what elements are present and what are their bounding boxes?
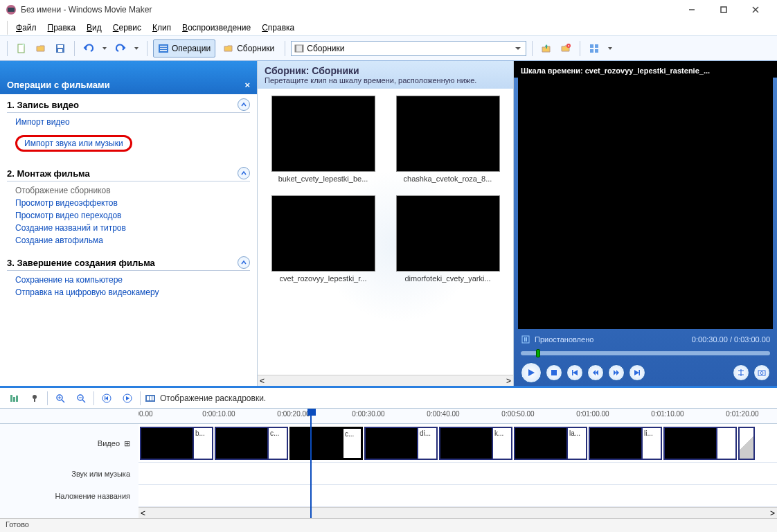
minimize-button[interactable] bbox=[676, 0, 708, 19]
link-save-computer[interactable]: Сохранение на компьютере bbox=[15, 275, 250, 285]
svg-line-41 bbox=[82, 400, 85, 402]
menu-clip[interactable]: Клип bbox=[147, 21, 177, 35]
timeline-clip-tail[interactable] bbox=[738, 427, 755, 460]
clip-transition: c... bbox=[269, 427, 288, 460]
save-button[interactable] bbox=[52, 40, 69, 57]
thumbnail-1[interactable]: chashka_cvetok_roza_8... bbox=[393, 96, 503, 183]
title-track[interactable] bbox=[139, 485, 777, 507]
ruler-tick: 0:00:40.00 bbox=[427, 410, 459, 418]
timeline-rewind-button[interactable] bbox=[98, 390, 115, 407]
thumbnail-caption: buket_cvety_lepestki_be... bbox=[271, 175, 375, 183]
link-titles-credits[interactable]: Создание названий и титров bbox=[15, 223, 250, 233]
new-button[interactable] bbox=[13, 40, 30, 57]
next-clip-button[interactable] bbox=[629, 364, 645, 381]
menu-play[interactable]: Воспроизведение bbox=[177, 21, 256, 35]
timeline-hscroll[interactable]: < > bbox=[139, 507, 777, 518]
clip-thumbnail bbox=[364, 427, 418, 460]
timeline-clip-1[interactable]: c... bbox=[215, 427, 288, 460]
seek-bar[interactable] bbox=[514, 347, 777, 360]
zoom-out-button[interactable] bbox=[73, 390, 89, 407]
window-title: Без имени - Windows Movie Maker bbox=[21, 5, 676, 15]
section-finish[interactable]: 3. Завершение создания фильма bbox=[7, 256, 250, 271]
link-automovie[interactable]: Создание автофильма bbox=[15, 236, 250, 245]
thumbnail-0[interactable]: buket_cvety_lepestki_be... bbox=[268, 96, 379, 183]
timeline-clip-5[interactable]: la... bbox=[514, 427, 587, 460]
timeline-content[interactable]: 00.000:00:10.000:00:20.000:00:30.000:00:… bbox=[139, 409, 777, 518]
section-edit[interactable]: 2. Монтаж фильма bbox=[7, 167, 250, 181]
up-level-button[interactable] bbox=[538, 40, 555, 57]
collections-button[interactable]: Сборники bbox=[218, 39, 279, 57]
link-send-camcorder[interactable]: Отправка на цифровую видеокамеру bbox=[15, 287, 250, 297]
open-button[interactable] bbox=[33, 40, 49, 57]
menu-edit[interactable]: Правка bbox=[42, 21, 82, 35]
timeline-clip-3[interactable]: di... bbox=[364, 427, 438, 460]
split-button[interactable] bbox=[733, 364, 749, 381]
tasks-button[interactable]: Операции bbox=[153, 39, 215, 57]
menu-help[interactable]: Справка bbox=[256, 21, 300, 35]
menu-view[interactable]: Вид bbox=[81, 21, 107, 35]
prev-clip-button[interactable] bbox=[566, 364, 583, 381]
undo-dropdown[interactable] bbox=[100, 44, 109, 53]
timeline-narrate-button[interactable] bbox=[26, 390, 43, 407]
section-record[interactable]: 1. Запись видео bbox=[7, 98, 250, 113]
link-video-transitions[interactable]: Просмотр видео переходов bbox=[15, 211, 250, 220]
scroll-right-icon[interactable]: > bbox=[506, 376, 511, 386]
menu-file[interactable]: Файл bbox=[10, 21, 42, 35]
timeline-clip-6[interactable]: li... bbox=[589, 427, 662, 460]
thumbnail-2[interactable]: cvet_rozovyy_lepestki_r... bbox=[268, 195, 379, 283]
views-button[interactable] bbox=[586, 40, 602, 57]
maximize-button[interactable] bbox=[708, 0, 740, 19]
close-icon[interactable]: × bbox=[244, 80, 250, 90]
thumbnail-3[interactable]: dimorfoteki_cvety_yarki... bbox=[393, 195, 503, 283]
scroll-left-icon[interactable]: < bbox=[141, 508, 145, 518]
link-import-video[interactable]: Импорт видео bbox=[15, 117, 250, 127]
forward-button[interactable] bbox=[608, 364, 625, 381]
timeline-clip-4[interactable]: k... bbox=[439, 427, 512, 460]
timeline-clip-7[interactable] bbox=[663, 427, 737, 460]
scroll-left-icon[interactable]: < bbox=[260, 376, 265, 386]
timeline-clip-0[interactable]: b... bbox=[140, 427, 213, 460]
svg-rect-28 bbox=[639, 370, 641, 375]
thumbnail-image bbox=[396, 96, 500, 172]
new-folder-button[interactable]: ✦ bbox=[557, 40, 574, 57]
time-ruler[interactable]: 00.000:00:10.000:00:20.000:00:30.000:00:… bbox=[139, 409, 777, 424]
rewind-button[interactable] bbox=[587, 364, 604, 381]
link-show-collections[interactable]: Отображение сборников bbox=[15, 186, 250, 195]
pause-icon bbox=[521, 335, 530, 344]
menu-service[interactable]: Сервис bbox=[107, 21, 147, 35]
collection-title: Сборник: Сборники bbox=[265, 65, 506, 76]
stop-button[interactable] bbox=[546, 364, 562, 381]
close-button[interactable] bbox=[740, 0, 771, 19]
timeline-play-button[interactable] bbox=[119, 390, 136, 407]
collections-combo[interactable]: Сборники bbox=[291, 41, 526, 56]
undo-button[interactable] bbox=[80, 40, 97, 57]
combo-dropdown-icon bbox=[513, 44, 523, 53]
seek-handle[interactable] bbox=[536, 349, 540, 357]
chevron-up-icon bbox=[238, 256, 250, 269]
preview-pane: Шкала времени: cvet_rozovyy_lepestki_ras… bbox=[514, 61, 777, 386]
play-button[interactable] bbox=[521, 362, 542, 383]
clip-thumbnail bbox=[589, 427, 643, 460]
timeline-toggle-label[interactable]: Отображение раскадровки. bbox=[160, 393, 266, 403]
snapshot-button[interactable] bbox=[753, 364, 770, 381]
video-track[interactable]: b...c...c...di...k...la...li... bbox=[139, 424, 777, 463]
views-dropdown[interactable] bbox=[605, 44, 615, 53]
timeline-clip-2[interactable]: c... bbox=[289, 427, 363, 460]
clip-transition: di... bbox=[418, 427, 438, 460]
zoom-in-button[interactable] bbox=[52, 390, 69, 407]
playhead[interactable] bbox=[310, 409, 312, 518]
collection-hscroll[interactable]: < > bbox=[258, 375, 513, 386]
scroll-right-icon[interactable]: > bbox=[770, 508, 775, 518]
timeline-audio-levels-button[interactable] bbox=[6, 390, 22, 407]
preview-monitor[interactable] bbox=[518, 78, 773, 329]
redo-dropdown[interactable] bbox=[132, 44, 141, 53]
link-video-effects[interactable]: Просмотр видеоэффектов bbox=[15, 198, 250, 208]
expand-video-track-icon[interactable]: ⊞ bbox=[124, 439, 130, 448]
svg-text:✦: ✦ bbox=[567, 44, 570, 48]
audio-track[interactable] bbox=[139, 463, 777, 485]
clip-transition: k... bbox=[493, 427, 512, 460]
thumbnail-caption: dimorfoteki_cvety_yarki... bbox=[396, 274, 500, 283]
redo-button[interactable] bbox=[112, 40, 129, 57]
link-import-audio[interactable]: Импорт звука или музыки bbox=[24, 139, 123, 148]
status-text: Готово bbox=[6, 520, 29, 529]
